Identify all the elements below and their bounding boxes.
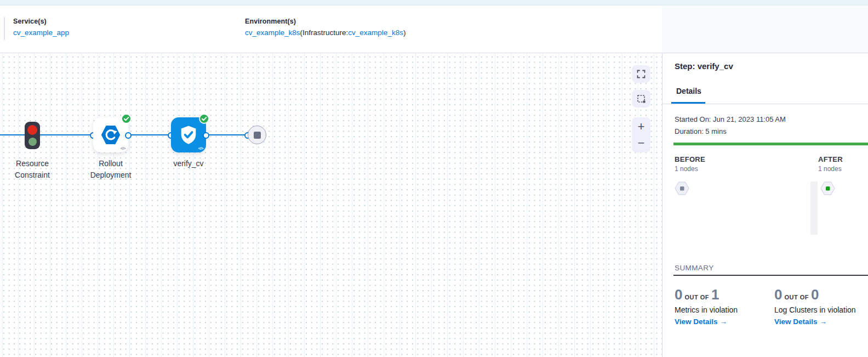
environment-infra-close: ) [403, 29, 406, 37]
log-clusters-violation-label: Log Clusters in violation [774, 305, 868, 314]
selection-box-icon [637, 94, 646, 104]
metrics-total-value: 1 [711, 286, 719, 303]
before-node-count: 1 nodes [675, 165, 698, 173]
out-of-label: OUT OF [682, 294, 711, 301]
service-link[interactable]: cv_example_app [13, 29, 69, 37]
after-header: AFTER [818, 155, 843, 163]
log-clusters-total-value: 0 [811, 286, 819, 303]
metrics-violation-numbers: 0OUT OF1 [675, 287, 773, 303]
environment-label: Environment(s) [245, 18, 406, 25]
edge-start-to-rollout [0, 134, 93, 135]
header-right-tint [662, 6, 868, 53]
before-after-divider-bar[interactable] [810, 182, 818, 235]
connector-dot [125, 132, 132, 139]
view-details-text: View Details [675, 318, 718, 326]
summary-header: SUMMARY [675, 264, 714, 272]
code-icon: </> [198, 146, 203, 151]
started-on-text: Started On: Jun 21, 2023 11:05 AM [675, 115, 786, 123]
environment-infra-open: (Infrastructure: [300, 29, 349, 37]
metrics-view-details-link[interactable]: View Details→ [675, 318, 773, 326]
zoom-out-button[interactable]: − [632, 135, 650, 151]
service-label: Service(s) [13, 18, 69, 25]
marquee-select-button[interactable] [632, 90, 650, 107]
fit-to-screen-button[interactable] [632, 65, 650, 83]
stop-square-icon [254, 132, 261, 139]
after-node-count: 1 nodes [818, 165, 842, 173]
environment-block: Environment(s) cv_example_k8s(Infrastruc… [245, 18, 406, 37]
edge-verify-to-end [206, 134, 248, 135]
node-label-verify-cv[interactable]: verify_cv [156, 158, 221, 169]
after-node-hexagon[interactable] [820, 182, 835, 195]
verification-progress-bar [673, 143, 868, 145]
connector-dot [203, 132, 209, 139]
code-icon: </> [121, 146, 125, 151]
metrics-violation-value: 0 [675, 286, 682, 303]
before-node-hexagon[interactable] [675, 182, 689, 195]
view-details-text: View Details [774, 318, 818, 326]
log-clusters-view-details-link[interactable]: View Details→ [774, 318, 868, 326]
top-accent-strip [0, 0, 868, 5]
panel-title: Step: verify_cv [675, 61, 733, 71]
pipeline-canvas[interactable]: Resource Constraint </> Rollout Deployme… [0, 53, 662, 357]
fullscreen-icon [637, 70, 646, 78]
node-label-resource-constraint[interactable]: Resource Constraint [0, 158, 65, 181]
out-of-label: OUT OF [782, 294, 811, 301]
environment-link[interactable]: cv_example_k8s [245, 29, 300, 37]
step-details-panel: Step: verify_cv Details Started On: Jun … [662, 53, 868, 357]
log-clusters-violation-value: 0 [774, 286, 782, 303]
metrics-violation-label: Metrics in violation [675, 305, 773, 314]
k8s-rollout-icon [100, 124, 122, 146]
log-clusters-violation-stat: 0OUT OF0 Log Clusters in violation View … [774, 287, 868, 326]
summary-divider [673, 275, 868, 276]
success-badge [121, 114, 132, 124]
traffic-light-green-icon [28, 138, 37, 146]
infrastructure-link[interactable]: cv_example_k8s [348, 29, 403, 37]
node-resource-constraint[interactable] [25, 122, 40, 149]
metrics-violation-stat: 0OUT OF1 Metrics in violation View Detai… [675, 287, 773, 326]
log-clusters-violation-numbers: 0OUT OF0 [774, 287, 868, 303]
header-left-divider [4, 17, 5, 40]
pipeline-end-node [248, 126, 266, 144]
execution-context-header: Service(s) cv_example_app Environment(s)… [0, 6, 868, 53]
edge-rollout-to-verify [128, 134, 171, 135]
zoom-in-button[interactable]: + [632, 119, 650, 134]
service-block: Service(s) cv_example_app [13, 18, 69, 37]
node-label-rollout-deployment[interactable]: Rollout Deployment [78, 158, 144, 181]
verify-shield-icon [178, 124, 199, 145]
duration-text: Duration: 5 mins [675, 127, 727, 135]
before-header: BEFORE [675, 155, 705, 163]
arrow-right-icon: → [820, 318, 827, 326]
node-verify-cv[interactable]: </> [171, 117, 206, 152]
arrow-right-icon: → [720, 318, 728, 326]
node-rollout-deployment[interactable]: </> [93, 117, 128, 152]
traffic-light-red-icon [27, 125, 37, 135]
tabs-divider [663, 104, 868, 104]
success-badge [199, 114, 209, 124]
zoom-controls: + − [632, 117, 650, 152]
tab-details[interactable]: Details [676, 87, 701, 95]
